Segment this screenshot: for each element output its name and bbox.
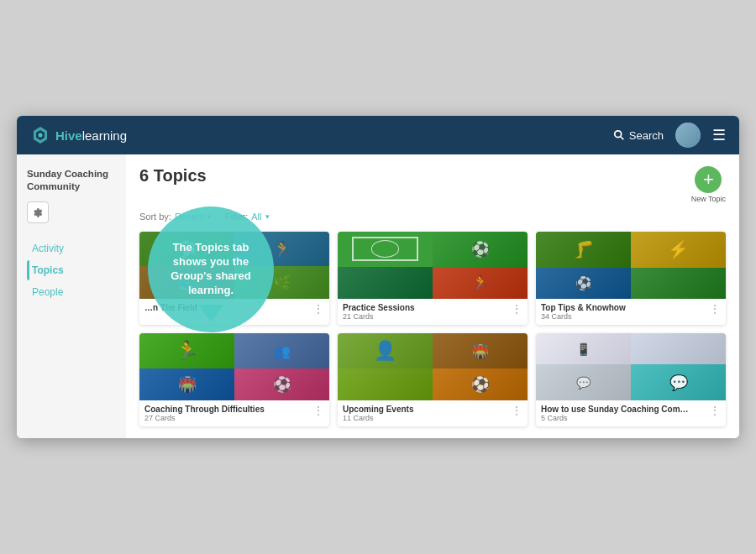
thumb-3-2: ⚡	[631, 232, 726, 268]
sidebar-item-people[interactable]: People	[27, 282, 116, 302]
topic-5-more-button[interactable]: ⋮	[511, 405, 522, 416]
search-label: Search	[629, 129, 664, 142]
topic-2-info: Practice Sessions 21 Cards ⋮	[338, 299, 528, 325]
nav-header: Hivelearning Search ☰	[17, 116, 739, 154]
topic-card-1[interactable]: ⚽ 🏃 👟	[139, 232, 329, 325]
topic-1-name: …n The Field	[144, 303, 197, 312]
topic-card-2[interactable]: ⚽ 🏃	[338, 232, 528, 325]
community-name: Sunday Coaching Community	[27, 168, 116, 193]
topic-4-info: Coaching Through Difficulties 27 Cards ⋮	[139, 400, 329, 426]
filter-group: Filter: All ▾	[225, 212, 270, 222]
settings-button[interactable]	[27, 201, 49, 223]
avatar-image	[675, 123, 701, 148]
thumb-5-1: 👤	[338, 333, 433, 368]
topics-grid: The Topics tab shows you the Group's sha…	[139, 232, 726, 426]
new-topic-icon: +	[695, 166, 722, 193]
thumb-1-2: 🏃	[234, 232, 329, 266]
thumb-3-4	[631, 268, 726, 300]
search-icon	[613, 129, 625, 141]
new-topic-label: New Topic	[691, 195, 726, 203]
topic-5-cards: 11 Cards	[343, 414, 413, 422]
thumb-3-3: ⚽	[536, 268, 631, 300]
topic-3-more-button[interactable]: ⋮	[709, 303, 721, 315]
sidebar-item-activity[interactable]: Activity	[27, 238, 116, 259]
thumb-6-3: 💬	[536, 364, 631, 400]
topic-6-name: How to use Sunday Coaching Com…	[541, 405, 689, 414]
svg-point-2	[39, 133, 43, 138]
avatar[interactable]	[675, 123, 701, 148]
sidebar: Sunday Coaching Community Activity Topic…	[17, 154, 126, 438]
topic-2-name: Practice Sessions	[343, 303, 415, 312]
topic-6-more-button[interactable]: ⋮	[709, 405, 721, 416]
thumb-5-3	[338, 368, 433, 400]
thumb-3-1: 🦵	[536, 232, 631, 268]
svg-point-3	[615, 131, 622, 138]
topic-6-info: How to use Sunday Coaching Com… 5 Cards …	[536, 400, 726, 426]
topic-6-cards: 5 Cards	[541, 414, 689, 422]
thumb-6-1: 📱	[536, 333, 631, 364]
thumb-4-2: 👥	[234, 333, 329, 368]
filter-label: Filter:	[225, 212, 249, 222]
thumb-2-2: ⚽	[433, 232, 528, 267]
sidebar-nav: Activity Topics People	[27, 238, 116, 302]
sort-group: Sort by: Recent ▾	[139, 212, 212, 222]
sort-label: Sort by:	[139, 212, 171, 222]
browser-window: Hivelearning Search ☰ Sunday Coaching Co…	[17, 116, 739, 438]
svg-line-4	[621, 137, 624, 140]
gear-icon	[32, 206, 44, 218]
thumb-1-1: ⚽	[139, 232, 234, 266]
hamburger-menu-button[interactable]: ☰	[712, 126, 726, 144]
topic-card-6[interactable]: 📱 💬	[536, 333, 726, 426]
thumb-2-1	[338, 232, 433, 267]
page-title: 6 Topics	[139, 166, 207, 186]
new-topic-button[interactable]: + New Topic	[691, 166, 726, 203]
filter-chevron-icon: ▾	[265, 212, 270, 221]
thumb-4-3: 🏟️	[139, 368, 234, 400]
hive-logo-icon	[30, 125, 50, 145]
topic-5-info: Upcoming Events 11 Cards ⋮	[338, 400, 528, 426]
logo-text: Hivelearning	[55, 128, 127, 143]
thumb-5-4: ⚽	[433, 368, 528, 400]
topic-3-cards: 34 Cards	[541, 312, 626, 321]
topic-3-name: Top Tips & Knowhow	[541, 303, 626, 312]
topic-card-4[interactable]: 🏃 👥 🏟️	[139, 333, 329, 426]
topic-1-info: …n The Field ⋮	[139, 299, 329, 319]
topic-5-name: Upcoming Events	[343, 405, 413, 414]
thumb-6-2	[631, 333, 726, 364]
logo-area: Hivelearning	[30, 125, 127, 145]
main-content: Sunday Coaching Community Activity Topic…	[17, 154, 739, 438]
thumb-2-3	[338, 267, 433, 300]
topic-2-more-button[interactable]: ⋮	[511, 303, 522, 315]
topic-card-3[interactable]: 🦵 ⚡ ⚽	[536, 232, 726, 325]
thumb-6-4: 💬	[631, 364, 726, 400]
page-content: 6 Topics + New Topic Sort by: Recent ▾ F…	[126, 154, 739, 438]
thumb-2-4: 🏃	[433, 267, 528, 300]
topic-1-more-button[interactable]: ⋮	[312, 303, 324, 315]
thumb-1-3: 👟	[139, 266, 234, 299]
sort-chevron-icon: ▾	[207, 212, 212, 221]
thumb-4-1: 🏃	[139, 333, 234, 368]
sidebar-item-topics[interactable]: Topics	[27, 260, 116, 280]
topic-3-info: Top Tips & Knowhow 34 Cards ⋮	[536, 299, 726, 325]
search-button[interactable]: Search	[613, 129, 664, 142]
nav-right: Search ☰	[613, 123, 726, 148]
topic-2-cards: 21 Cards	[343, 312, 415, 321]
topic-4-cards: 27 Cards	[144, 414, 265, 422]
page-header: 6 Topics + New Topic	[139, 166, 726, 203]
thumb-4-4: ⚽	[234, 368, 329, 400]
filter-value[interactable]: All	[251, 212, 261, 222]
topic-4-name: Coaching Through Difficulties	[144, 405, 265, 414]
topic-card-5[interactable]: 👤 🏟️	[338, 333, 528, 426]
topic-4-more-button[interactable]: ⋮	[312, 405, 324, 416]
thumb-5-2: 🏟️	[433, 333, 528, 368]
filter-bar: Sort by: Recent ▾ Filter: All ▾	[139, 212, 726, 222]
thumb-1-4: 🌿	[234, 266, 329, 299]
sort-value[interactable]: Recent	[175, 212, 204, 222]
